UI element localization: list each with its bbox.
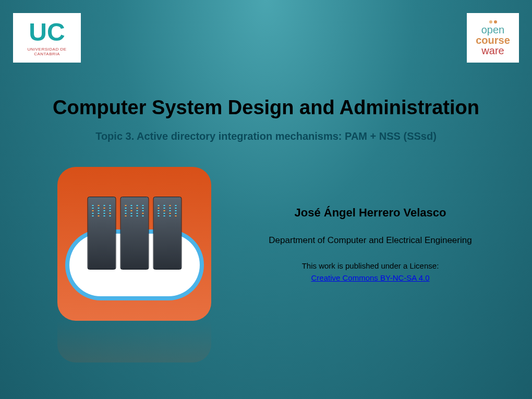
image-reflection <box>57 321 211 362</box>
ocw-open: open <box>481 25 505 35</box>
ocw-course: course <box>476 35 510 45</box>
server-cloud-image <box>57 167 211 321</box>
uc-logo-text: UC <box>29 20 65 45</box>
author-block: José Ángel Herrero Velasco Department of… <box>245 206 495 283</box>
page-subtitle: Topic 3. Active directory integration me… <box>0 130 532 142</box>
page-title: Computer System Design and Administratio… <box>0 96 532 119</box>
license-intro: This work is published under a License: <box>245 261 495 270</box>
uc-logo: UC UNIVERSIDAD DE CANTABRIA <box>13 13 81 63</box>
ocw-dots-icon <box>489 20 497 23</box>
ocw-logo: open course ware <box>467 13 519 63</box>
ocw-ware: ware <box>481 45 504 56</box>
servers-icon <box>87 197 182 270</box>
uc-logo-subtitle: UNIVERSIDAD DE CANTABRIA <box>17 47 77 56</box>
license-link[interactable]: Creative Commons BY-NC-SA 4.0 <box>311 273 429 282</box>
author-name: José Ángel Herrero Velasco <box>245 206 495 220</box>
department: Department of Computer and Electrical En… <box>245 234 495 247</box>
